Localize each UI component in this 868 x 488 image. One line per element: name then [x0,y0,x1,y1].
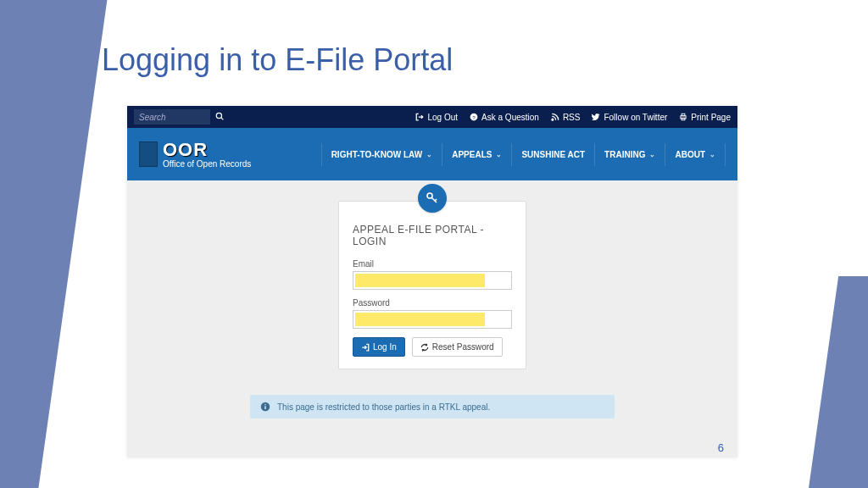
main-header: OOR Office of Open Records RIGHT-TO-KNOW… [127,128,737,180]
page-number: 6 [718,441,724,454]
nav-appeals[interactable]: APPEALS ⌄ [442,143,511,166]
main-nav: RIGHT-TO-KNOW LAW ⌄ APPEALS ⌄ SUNSHINE A… [321,143,726,166]
chevron-down-icon: ⌄ [426,151,432,158]
content-area: APPEAL E-FILE PORTAL - LOGIN Email Passw… [127,180,737,419]
reset-button-label: Reset Password [432,342,494,352]
login-button-label: Log In [373,342,397,352]
nav-about[interactable]: ABOUT ⌄ [665,143,726,166]
rss-label: RSS [563,113,581,122]
signin-icon [361,343,370,352]
slide-title: Logging in to E-File Portal [102,42,453,78]
slide-accent-right [779,276,868,488]
svg-line-1 [221,118,224,120]
login-card: APPEAL E-FILE PORTAL - LOGIN Email Passw… [338,201,526,369]
reset-password-button[interactable]: Reset Password [412,337,503,357]
app-window: Log Out ? Ask a Question RSS Follow on T… [127,106,737,458]
svg-text:?: ? [472,114,476,120]
nav-training[interactable]: TRAINING ⌄ [594,143,665,166]
nav-sunshine[interactable]: SUNSHINE ACT [511,143,594,166]
svg-point-0 [216,113,221,118]
info-icon [260,402,270,412]
button-row: Log In Reset Password [353,337,512,357]
svg-rect-6 [682,114,685,116]
logo-main: OOR [163,141,251,159]
print-icon [679,113,687,121]
ask-label: Ask a Question [481,113,539,122]
logout-icon [415,113,424,121]
print-label: Print Page [691,113,731,122]
slide-accent-left [0,0,109,488]
login-title: APPEAL E-FILE PORTAL - LOGIN [353,224,512,247]
email-autofill [355,274,485,287]
email-field[interactable] [353,271,512,290]
refresh-icon [420,343,429,352]
key-badge [418,184,447,213]
question-icon: ? [470,113,478,121]
logo-sub: Office of Open Records [163,159,251,169]
nav-rtk[interactable]: RIGHT-TO-KNOW LAW ⌄ [321,143,442,166]
logout-label: Log Out [427,113,458,122]
password-field[interactable] [353,310,512,329]
info-message: This page is restricted to those parties… [277,402,490,412]
svg-rect-7 [682,118,685,120]
info-banner: This page is restricted to those parties… [250,395,615,419]
utility-links: Log Out ? Ask a Question RSS Follow on T… [415,113,731,122]
logout-link[interactable]: Log Out [415,113,458,122]
chevron-down-icon: ⌄ [496,151,502,158]
svg-rect-12 [264,406,266,409]
utility-bar: Log Out ? Ask a Question RSS Follow on T… [127,106,737,128]
nav-sunshine-label: SUNSHINE ACT [521,150,585,159]
search-icon[interactable] [215,112,224,122]
svg-point-4 [552,119,554,120]
svg-point-13 [264,404,266,406]
rss-icon [551,113,559,121]
login-button[interactable]: Log In [353,337,405,357]
email-label: Email [353,259,512,269]
twitter-link[interactable]: Follow on Twitter [592,113,667,122]
key-icon [426,191,439,205]
nav-appeals-label: APPEALS [452,150,492,159]
site-logo[interactable]: OOR Office of Open Records [139,141,251,169]
chevron-down-icon: ⌄ [709,151,715,158]
twitter-icon [592,113,600,121]
chevron-down-icon: ⌄ [649,151,655,158]
logo-icon [139,141,158,167]
password-autofill [355,313,485,326]
svg-line-10 [435,199,437,201]
password-label: Password [353,298,512,308]
print-link[interactable]: Print Page [679,113,731,122]
nav-training-label: TRAINING [604,150,645,159]
rss-link[interactable]: RSS [551,113,581,122]
login-card-wrap: APPEAL E-FILE PORTAL - LOGIN Email Passw… [338,197,526,369]
nav-rtk-label: RIGHT-TO-KNOW LAW [331,150,423,159]
twitter-label: Follow on Twitter [604,113,667,122]
ask-link[interactable]: ? Ask a Question [470,113,539,122]
nav-about-label: ABOUT [675,150,705,159]
search-input[interactable] [134,109,210,125]
